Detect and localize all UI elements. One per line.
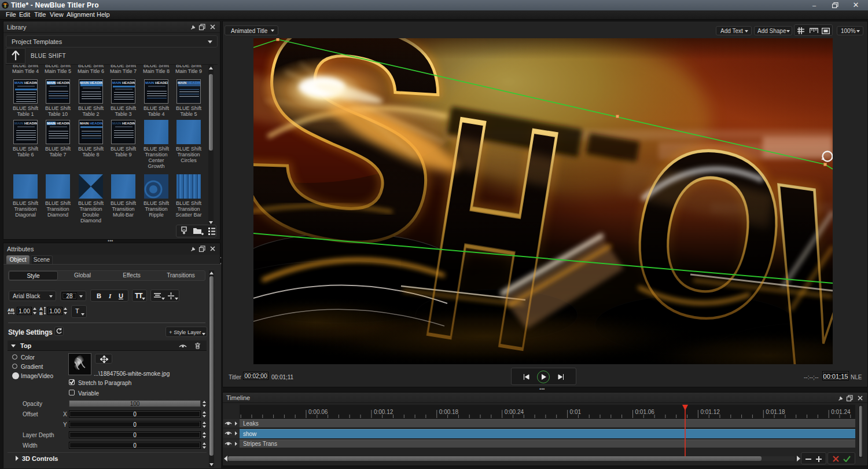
svg-text:0:01.06: 0:01.06	[635, 409, 655, 415]
svg-text:0:01.12: 0:01.12	[700, 409, 720, 415]
svg-text:0:01.24: 0:01.24	[831, 409, 851, 415]
svg-text:0:00.18: 0:00.18	[439, 409, 459, 415]
svg-text:0:00.12: 0:00.12	[374, 409, 393, 415]
svg-text:B: B	[39, 311, 43, 316]
svg-text:AB: AB	[8, 307, 14, 313]
svg-text:0:01.18: 0:01.18	[766, 409, 785, 415]
svg-text:0:00.06: 0:00.06	[308, 409, 328, 415]
svg-text:0:01: 0:01	[570, 409, 582, 415]
svg-text:0:00.24: 0:00.24	[505, 409, 524, 415]
